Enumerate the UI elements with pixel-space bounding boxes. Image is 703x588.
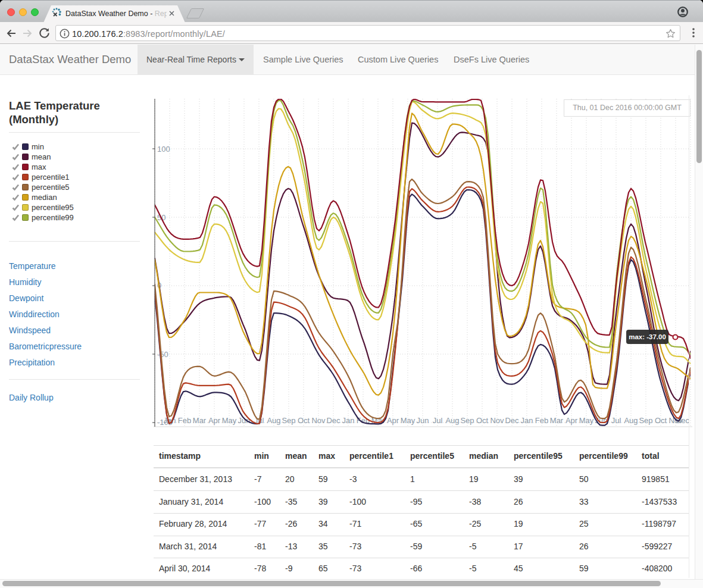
svg-text:Oct: Oct bbox=[298, 416, 310, 425]
svg-text:Dec: Dec bbox=[505, 416, 519, 425]
svg-text:Aug: Aug bbox=[267, 416, 280, 425]
svg-text:Oct: Oct bbox=[476, 416, 489, 425]
svg-text:-50: -50 bbox=[157, 350, 168, 359]
svg-text:Sep: Sep bbox=[282, 416, 295, 425]
svg-text:May: May bbox=[579, 416, 594, 425]
svg-text:Jul: Jul bbox=[433, 416, 443, 425]
svg-text:Oct: Oct bbox=[655, 416, 667, 425]
svg-text:100: 100 bbox=[157, 145, 170, 154]
svg-text:Jan: Jan bbox=[342, 416, 355, 425]
svg-text:Dec: Dec bbox=[326, 416, 340, 425]
svg-text:Sep: Sep bbox=[460, 416, 474, 425]
svg-text:Jun: Jun bbox=[417, 416, 429, 425]
svg-text:Nov: Nov bbox=[490, 416, 504, 425]
svg-text:Feb: Feb bbox=[178, 416, 191, 425]
svg-text:Jul: Jul bbox=[611, 416, 621, 425]
svg-text:Aug: Aug bbox=[624, 416, 638, 425]
svg-text:May: May bbox=[222, 416, 237, 425]
svg-text:Apr: Apr bbox=[565, 416, 578, 425]
svg-text:Apr: Apr bbox=[208, 416, 221, 425]
svg-text:Jan: Jan bbox=[521, 416, 533, 425]
svg-text:Aug: Aug bbox=[445, 416, 459, 425]
svg-text:Feb: Feb bbox=[535, 416, 548, 425]
svg-text:Nov: Nov bbox=[311, 416, 326, 425]
svg-text:Mar: Mar bbox=[193, 416, 207, 425]
svg-text:Mar: Mar bbox=[550, 416, 564, 425]
svg-text:May: May bbox=[401, 416, 415, 425]
svg-text:Apr: Apr bbox=[387, 416, 399, 425]
svg-text:Sep: Sep bbox=[639, 416, 652, 425]
